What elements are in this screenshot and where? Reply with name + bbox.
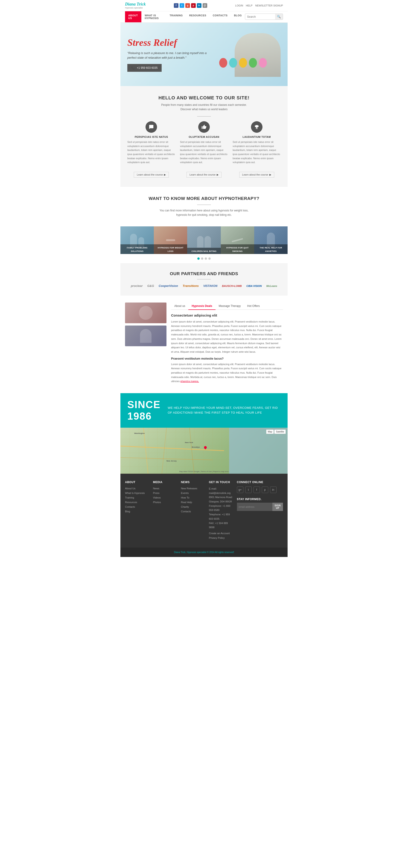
footer-link-training[interactable]: Training [125, 496, 134, 499]
nav-contacts[interactable]: CONTACTS [209, 11, 231, 22]
feature-1-btn[interactable]: Learn about the course ▶ [134, 172, 169, 178]
dot-4[interactable] [208, 257, 211, 260]
footer-link-aboutus[interactable]: About Us [125, 487, 136, 490]
footer-link-howto[interactable]: How To [181, 496, 189, 499]
nav-resources[interactable]: RESOURCES [186, 11, 209, 22]
map-section[interactable]: Washington New York Brooklyn New Jersey … [120, 428, 288, 474]
footer-media-links: News Press Videos Photos [153, 487, 176, 504]
tab-body-2: Lorem ipsum dolor sit amet, consectetuer… [171, 362, 283, 383]
dot-2[interactable] [201, 257, 203, 260]
footer-contact-links: Create an Account Privacy Policy [209, 531, 232, 539]
map-view-map[interactable]: Map [266, 430, 274, 434]
tab-hot-offers[interactable]: Hot Offers [244, 303, 263, 310]
facebook-icon[interactable]: f [174, 3, 178, 8]
map-view-satellite[interactable]: Satellite [274, 430, 286, 434]
grid-item-4[interactable]: HYPNOSIS FOR QUIT SMOKING [221, 226, 254, 254]
tab-hypnosis-deals[interactable]: Hypnosis Deals [188, 303, 215, 310]
hero-section: Stress Relief "Relaxing is such a pleasu… [120, 23, 288, 86]
since-text: WE HELP YOU IMPROVE YOUR MIND-SET, OVERC… [168, 406, 281, 415]
tab-link[interactable]: pharetra magna. [180, 380, 199, 382]
signup-button[interactable]: SIGN UP [272, 503, 283, 511]
footer-link-realhelp[interactable]: Real Help [181, 501, 192, 504]
social-icons: f t g p in @ [174, 3, 207, 8]
googleplus-icon[interactable]: g [185, 3, 190, 8]
top-links: LOGIN HELP NEWSLETTER SIGNUP [235, 4, 283, 7]
footer-address: E-mail: mail@demolink.org8901 Marmora Ro… [209, 487, 232, 530]
stay-title: STAY INFORMED. [237, 498, 283, 501]
grid-item-3-overlay: CHILDREN NAIL BITING [187, 248, 221, 254]
list-item: Resources [125, 500, 148, 504]
tab-subheading: Praesent vestibulum molestie lacus? [171, 357, 283, 360]
feature-2-text: Sed ut perspiciais iste natus error sit … [180, 140, 228, 164]
footer-bottom: Diana Trick, Hypnosis specialist © 2014 … [120, 548, 288, 557]
list-item: Press [153, 491, 176, 495]
footer-link-privacy[interactable]: Privacy Policy [209, 536, 225, 539]
svg-line-4 [190, 428, 194, 474]
grid-item-5[interactable]: THE REAL HELP FOR ANXIETIES [254, 226, 288, 254]
grid-item-1[interactable]: FAMILY PROBLEMS SOLUTIONS [120, 226, 154, 254]
hero-phone-button[interactable]: 📞 +1 959 603 6035 [127, 64, 162, 72]
feature-1-btn-label: Learn about the course [137, 173, 163, 176]
connect-googleplus-icon[interactable]: g+ [237, 487, 243, 493]
email-input[interactable] [237, 503, 272, 511]
phone-icon: 📞 [132, 66, 135, 69]
feature-2-btn[interactable]: Learn about the course ▶ [186, 172, 222, 178]
list-item: How To [181, 496, 204, 499]
hero-quote: "Relaxing is such a pleasure to me. I ca… [127, 51, 208, 61]
stay-informed: STAY INFORMED. SIGN UP [237, 498, 283, 511]
footer-link-resources[interactable]: Resources [125, 501, 137, 504]
dot-1[interactable] [197, 257, 200, 260]
grid-item-3-label: CHILDREN NAIL BITING [192, 250, 217, 252]
partner-logos: proclear G&G CooperVision Transitions VI… [127, 284, 281, 287]
connect-twitter-icon[interactable]: t [245, 487, 252, 493]
feature-3-btn[interactable]: Learn about the course ▶ [239, 172, 274, 178]
welcome-subtitle: People from many states and countries fi… [158, 103, 250, 112]
footer-link-photos[interactable]: Photos [153, 501, 161, 504]
footer-link-blog[interactable]: Blog [125, 510, 130, 513]
help-link[interactable]: HELP [246, 4, 253, 7]
footer-link-news[interactable]: News [153, 487, 159, 490]
footer-link-contacts[interactable]: Contacts [125, 505, 135, 508]
connect-pinterest-icon[interactable]: p [262, 487, 268, 493]
map-label-4: New Jersey [167, 460, 177, 462]
tab-massage-therapy[interactable]: Massage Therapy [215, 303, 244, 310]
feature-1-icon [146, 121, 157, 133]
balloons-decoration [219, 58, 267, 68]
welcome-divider [197, 116, 211, 117]
feature-1-title: PERSPICIAS ISTE NATUS [127, 135, 175, 138]
list-item: News [153, 487, 176, 490]
newsletter-link[interactable]: NEWSLETTER SIGNUP [255, 4, 283, 7]
footer-link-events[interactable]: Events [181, 492, 189, 494]
nav-what-is-hypnosis[interactable]: WHAT IS HYPNOSIS [141, 11, 166, 22]
list-item: Contacts [125, 505, 148, 508]
search-button[interactable]: 🔍 [275, 14, 283, 20]
footer-link-press[interactable]: Press [153, 492, 159, 494]
twitter-icon[interactable]: t [180, 3, 184, 8]
tab-about-us[interactable]: About us [171, 303, 188, 310]
hypno-title: WANT TO KNOW MORE ABOUT HYPNOTHERAPY? [127, 196, 281, 201]
footer-col-media: MEDIA News Press Videos Photos [153, 480, 176, 540]
search-box[interactable]: 🔍 [245, 13, 283, 20]
list-item: Real Help [181, 500, 204, 504]
partner-vistakon: VISTAKON [203, 284, 217, 287]
nav-blog[interactable]: BLOG [231, 11, 245, 22]
footer-link-newreleases[interactable]: New Releases [181, 487, 197, 490]
email-icon[interactable]: @ [203, 3, 207, 8]
nav-about-us[interactable]: ABOUT US [125, 11, 141, 22]
login-link[interactable]: LOGIN [235, 4, 243, 7]
footer-link-videos[interactable]: Videos [153, 496, 161, 499]
connect-facebook-icon[interactable]: f [254, 487, 260, 493]
grid-item-2[interactable]: HYPNOSIS FOR WEIGHT LOSS [154, 226, 187, 254]
grid-item-3[interactable]: CHILDREN NAIL BITING [187, 226, 221, 254]
connect-linkedin-icon[interactable]: in [270, 487, 276, 493]
footer-link-whatis[interactable]: What Is Hypnosis [125, 492, 145, 494]
footer-link-create-account[interactable]: Create an Account [209, 532, 230, 535]
linkedin-icon[interactable]: in [197, 3, 201, 8]
search-input[interactable] [245, 14, 275, 20]
footer-link-charity[interactable]: Charity [181, 505, 189, 508]
dot-3[interactable] [205, 257, 207, 260]
pinterest-icon[interactable]: p [191, 3, 196, 8]
grid-item-4-overlay: HYPNOSIS FOR QUIT SMOKING [221, 244, 254, 254]
nav-training[interactable]: TRAINING [167, 11, 186, 22]
footer-link-contacts2[interactable]: Contacts [181, 510, 191, 513]
